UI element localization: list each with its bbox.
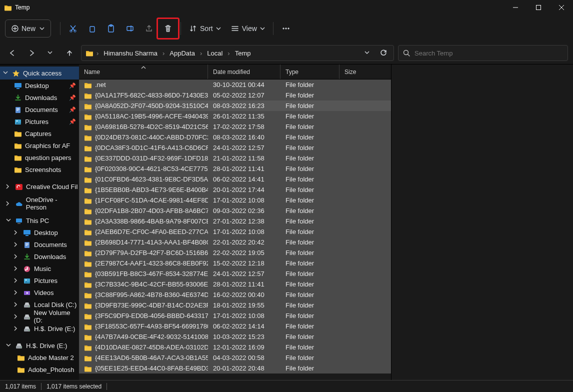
col-type[interactable]: Type (280, 64, 340, 79)
table-row[interactable]: {2AEB6D7E-CF0C-4FA0-BEED-277CAC5E3...17-… (79, 226, 391, 237)
table-row[interactable]: {1FCF08FC-51DA-4CAE-9981-44EF8DCA5...17-… (79, 195, 391, 206)
col-date[interactable]: Date modified (208, 64, 280, 79)
breadcrumb-seg[interactable]: AppData (166, 48, 198, 58)
sidebar-item[interactable]: H.$. Drive (E:) (0, 340, 79, 352)
folder-icon (84, 260, 92, 267)
folder-icon (84, 186, 92, 194)
sidebar-item[interactable]: OneDrive - Person (0, 198, 79, 210)
sidebar-item[interactable]: Desktop📌 (0, 80, 79, 92)
search-input[interactable] (414, 50, 564, 57)
refresh-button[interactable] (376, 46, 390, 60)
table-row[interactable]: {4EE13AD6-5B0B-46A7-ACA3-0B1A55237...04-… (79, 352, 391, 363)
table-row[interactable]: {0E337DDD-031D-4F32-969F-1DFD189964...21… (79, 153, 391, 164)
table-row[interactable]: {03B591FB-B8C3-467F-8534-328774E9BD...24… (79, 268, 391, 279)
sidebar-item[interactable]: Documents (0, 238, 79, 250)
table-row[interactable]: {2A3A338B-9866-4BAB-9A79-8F007CBD8...27-… (79, 216, 391, 226)
folder-icon (84, 250, 92, 256)
col-name[interactable]: Name (79, 64, 208, 79)
sidebar-item[interactable]: Captures (0, 128, 79, 140)
table-row[interactable]: {2E7987C4-AAF1-4323-86C8-8EB0F92F23...15… (79, 258, 391, 268)
sidebar-item[interactable]: question papers (0, 152, 79, 164)
delete-button[interactable] (158, 20, 178, 38)
table-row[interactable]: {3C88F995-A862-4B78-B360-4E6374D143...16… (79, 290, 391, 300)
sort-indicator-icon (141, 64, 146, 70)
sidebar-item[interactable]: Pictures (0, 274, 79, 286)
table-row[interactable]: {4D10DA8E-0827-45D8-ADEA-03102DC2...12-0… (79, 342, 391, 352)
sidebar-item[interactable]: Music (0, 262, 79, 274)
sidebar-item[interactable]: Creative Cloud Fil (0, 180, 79, 192)
table-row[interactable]: {3F18553C-657F-4A93-BF54-66991780AE6...0… (79, 321, 391, 332)
sidebar-item[interactable]: Documents📌 (0, 104, 79, 116)
recent-button[interactable] (43, 46, 58, 60)
sidebar-item[interactable]: Adobe Master 2 (0, 352, 79, 364)
back-button[interactable] (5, 46, 20, 60)
cut-button[interactable] (64, 20, 82, 38)
sidebar-item[interactable]: Graphics for AF (0, 140, 79, 152)
table-row[interactable]: {05EE1E25-EED4-44C0-8FAB-E49BD39420...20… (79, 363, 391, 374)
sidebar-item[interactable]: Screenshots (0, 164, 79, 176)
details-pane (391, 64, 573, 380)
table-row[interactable]: {0DCA38F3-0D1C-41F6-A413-C6D6CFB4...24-0… (79, 142, 391, 153)
table-row[interactable]: {4A7B7A49-0CBE-4F42-9032-5141008D4D...10… (79, 332, 391, 342)
sort-button[interactable]: Sort (184, 20, 226, 38)
table-row[interactable]: {2D79F79A-D2FB-42F7-BC6D-1516B6710...22-… (79, 248, 391, 258)
folder-icon (4, 4, 12, 11)
sidebar-item[interactable]: New Volume (D: (0, 310, 79, 322)
search-box[interactable] (398, 45, 568, 61)
folder-icon (84, 134, 92, 141)
table-row[interactable]: {0A1A17F5-682C-4833-86D0-71430E31EF...05… (79, 90, 391, 100)
folder-icon (84, 82, 92, 88)
close-button[interactable] (550, 0, 573, 15)
sidebar-item[interactable]: Quick access (0, 66, 79, 80)
sidebar-item[interactable]: Adobe_Photosh (0, 364, 79, 376)
breadcrumb-seg[interactable]: Himanshu Sharma (100, 48, 160, 58)
minimize-button[interactable] (504, 0, 527, 15)
svg-rect-12 (14, 83, 22, 88)
table-row[interactable]: {0F020308-90C4-4621-8C53-4CE7775A6A...28… (79, 164, 391, 174)
sidebar-item[interactable]: This PC (0, 214, 79, 226)
folder-icon (84, 102, 92, 110)
share-button[interactable] (140, 20, 158, 38)
sidebar-item[interactable]: Downloads (0, 250, 79, 262)
folder-icon (84, 334, 92, 340)
address-dropdown[interactable] (360, 46, 374, 60)
new-button[interactable]: New (5, 20, 51, 38)
table-row[interactable]: {2B698D14-7771-41A3-AAA1-BF4B08CA0...22-… (79, 237, 391, 248)
sidebar-item[interactable]: Desktop (0, 226, 79, 238)
breadcrumb-seg[interactable]: Temp (232, 48, 254, 58)
table-row[interactable]: {02DFA1B8-2B07-4D03-AFBB-8A6BC7C0...09-0… (79, 206, 391, 216)
forward-button[interactable] (24, 46, 39, 60)
sidebar-item[interactable]: Downloads📌 (0, 92, 79, 104)
sidebar-item[interactable]: Pictures📌 (0, 116, 79, 128)
col-size[interactable]: Size (340, 64, 391, 79)
folder-icon (84, 197, 92, 204)
table-row[interactable]: {0D24DB73-081C-440C-ABBD-D70FC2371...08-… (79, 132, 391, 142)
breadcrumb-seg[interactable]: Local (204, 48, 226, 58)
table-row[interactable]: {1B5EBB0B-ABD3-4E73-9E6E-B400B45B1...20-… (79, 184, 391, 195)
table-row[interactable]: {3C7B334C-9B4C-42CF-BB55-93006E3E9...28-… (79, 279, 391, 290)
table-row[interactable]: {3D9FB73E-999C-4DB7-B14C-D2AE3FC7A...18-… (79, 300, 391, 310)
table-row[interactable]: .net30-10-2021 00:44File folder (79, 80, 391, 90)
copy-button[interactable] (82, 20, 102, 38)
folder-icon (84, 270, 92, 278)
sidebar-item[interactable]: Videos (0, 286, 79, 298)
table-row[interactable]: {01C0FBD6-4623-4381-9E8C-DF3D5ABF8...06-… (79, 174, 391, 184)
maximize-button[interactable] (527, 0, 550, 15)
table-row[interactable]: {0A69816B-5278-4D2C-8519-4D21C5646B...17… (79, 122, 391, 132)
svg-point-32 (28, 330, 30, 331)
address-bar[interactable]: › Himanshu Sharma › AppData › Local › Te… (81, 45, 394, 61)
svg-rect-18 (16, 218, 22, 222)
folder-icon (84, 323, 92, 330)
tutorial-highlight (156, 18, 180, 40)
up-button[interactable] (62, 46, 77, 60)
paste-button[interactable] (102, 20, 120, 38)
view-button[interactable]: View (226, 20, 270, 38)
more-button[interactable] (276, 20, 296, 38)
sidebar-item[interactable]: H.$. Drive (E:) (0, 322, 79, 334)
table-row[interactable]: {0A8A052D-2F07-450D-9204-31510C4DA...08-… (79, 100, 391, 111)
svg-rect-17 (16, 184, 22, 190)
table-row[interactable]: {0A5118AC-19B5-4996-ACFE-4940439D9...26-… (79, 111, 391, 122)
rename-button[interactable] (120, 20, 140, 38)
table-row[interactable]: {3F5C9DF9-ED0B-4056-BBBD-64331725E5...17… (79, 310, 391, 321)
status-bar: 1,017 items 1,017 items selected (0, 380, 573, 392)
